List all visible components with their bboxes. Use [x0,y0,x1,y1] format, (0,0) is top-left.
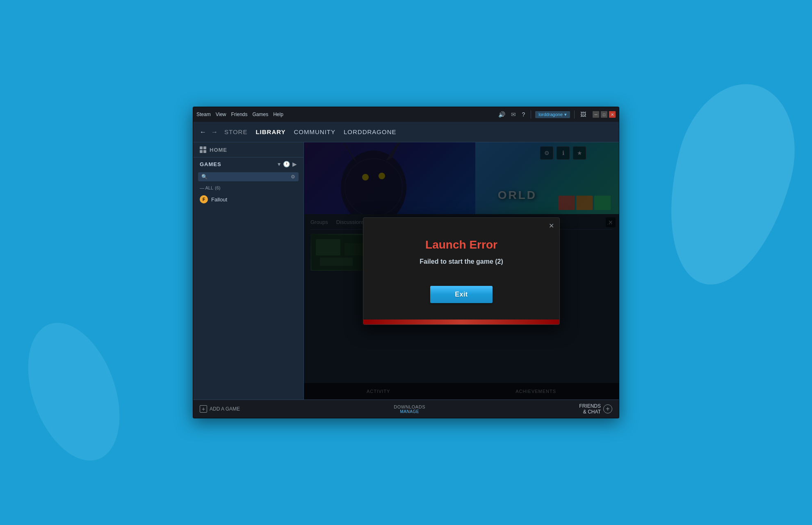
dialog-footer [363,320,559,324]
dropdown-arrow: ▾ [564,112,567,117]
downloads-button[interactable]: DOWNLOADS Manage [394,404,425,414]
friends-chat-button[interactable]: FRIENDS & CHAT + [579,403,612,415]
speaker-icon[interactable]: 🔊 [497,110,507,119]
list-item[interactable]: F Fallout [193,193,303,206]
title-bar: Steam View Friends Games Help 🔊 ✉ ? lord… [193,107,619,122]
content-area: ORLD ⚙ ℹ ★ ✕ Groups Discussions ... [304,142,619,399]
separator [531,110,531,119]
game-name-fallout: Fallout [211,196,227,203]
chevron-down-icon[interactable]: ▾ [278,161,281,167]
all-label: — ALL [200,185,213,190]
add-game-label: ADD A GAME [210,406,240,412]
friends-add-icon: + [603,404,612,413]
downloads-label: DOWNLOADS [394,404,425,409]
nav-username[interactable]: LORDDRAGONE [344,128,397,135]
window-controls: ─ □ ✕ [593,111,616,118]
help-icon[interactable]: ? [520,110,527,119]
mail-icon[interactable]: ✉ [509,110,518,119]
main-content: HOME GAMES ▾ 🕐 ▶ 🔍 ⚙ — ALL (6) F [193,142,619,399]
nav-community[interactable]: COMMUNITY [294,128,336,135]
friends-label: FRIENDS & CHAT [579,403,601,415]
nav-links: STORE LIBRARY COMMUNITY LORDDRAGONE [224,128,397,135]
exit-button[interactable]: Exit [430,286,492,303]
menu-steam[interactable]: Steam [196,112,211,117]
dialog-overlay: ✕ Launch Error Failed to start the game … [304,142,619,399]
sidebar-home[interactable]: HOME [193,142,303,158]
bg-shape-right [648,71,812,298]
game-icon-fallout: F [200,195,208,203]
user-badge[interactable]: lorddragone ▾ [535,111,570,118]
username-label: lorddragone [538,112,563,117]
search-input[interactable] [210,174,288,180]
nav-library[interactable]: LIBRARY [255,128,285,135]
dialog-close-button[interactable]: ✕ [547,222,555,230]
home-label: HOME [210,147,227,153]
steam-window: Steam View Friends Games Help 🔊 ✉ ? lord… [193,107,619,418]
history-icon[interactable]: 🕐 [283,161,290,167]
add-game-button[interactable]: + ADD A GAME [200,405,240,413]
close-button[interactable]: ✕ [609,111,616,118]
bottom-bar: + ADD A GAME DOWNLOADS Manage FRIENDS & … [193,399,619,418]
dialog-body: Launch Error Failed to start the game (2… [363,218,559,320]
minimize-button[interactable]: ─ [593,111,599,118]
forward-button[interactable]: → [210,127,219,137]
separator-2 [574,110,575,119]
home-grid-icon [200,146,206,153]
title-bar-right: 🔊 ✉ ? lorddragone ▾ 🖼 ─ □ ✕ [497,107,616,122]
sidebar-games-section: GAMES ▾ 🕐 ▶ [193,158,303,171]
error-title: Launch Error [425,238,497,251]
nav-bar: ← → STORE LIBRARY COMMUNITY LORDDRAGONE [193,122,619,142]
play-icon[interactable]: ▶ [292,161,297,167]
nav-store[interactable]: STORE [224,128,247,135]
plus-icon: + [200,405,207,413]
section-icons: ▾ 🕐 ▶ [278,161,297,167]
games-label: GAMES [200,161,221,167]
sidebar: HOME GAMES ▾ 🕐 ▶ 🔍 ⚙ — ALL (6) F [193,142,304,399]
menu-friends[interactable]: Friends [231,112,247,117]
maximize-button[interactable]: □ [601,111,607,118]
error-message: Failed to start the game (2) [420,258,503,265]
menu-help[interactable]: Help [273,112,283,117]
error-dialog: ✕ Launch Error Failed to start the game … [363,217,560,325]
search-icon: 🔍 [201,174,208,180]
back-button[interactable]: ← [198,127,208,137]
screenshot-icon[interactable]: 🖼 [579,110,588,119]
search-bar: 🔍 ⚙ [198,172,299,181]
bg-shape-left [11,310,137,473]
menu-games[interactable]: Games [253,112,269,117]
menu-view[interactable]: View [216,112,226,117]
manage-label: Manage [400,409,419,414]
all-count: (6) [215,185,220,190]
menu-bar: Steam View Friends Games Help [196,112,283,117]
filter-icon[interactable]: ⚙ [291,174,295,180]
all-games-header: — ALL (6) [193,183,303,193]
